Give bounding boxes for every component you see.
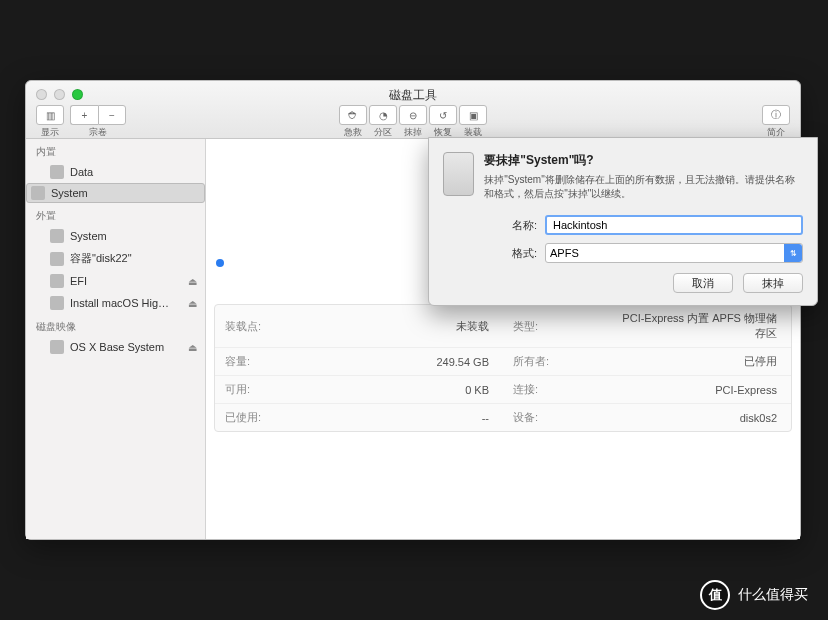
usage-indicator — [216, 259, 224, 267]
watermark: 值 什么值得买 — [700, 580, 808, 610]
chevron-updown-icon: ⇅ — [784, 244, 802, 262]
view-button[interactable]: ▥ — [36, 105, 64, 125]
brand-icon: 值 — [700, 580, 730, 610]
volume-remove-button[interactable]: − — [98, 105, 126, 125]
disk-icon — [50, 296, 64, 310]
disk-icon — [31, 186, 45, 200]
sidebar-item-disk22[interactable]: 容器"disk22" — [26, 247, 205, 270]
mount-button[interactable]: ▣ — [459, 105, 487, 125]
table-row: 已使用:--设备:disk0s2 — [215, 404, 791, 432]
eject-icon[interactable]: ⏏ — [188, 298, 197, 309]
cancel-button[interactable]: 取消 — [673, 273, 733, 293]
disk-icon — [50, 274, 64, 288]
sidebar-item-system[interactable]: System — [26, 183, 205, 203]
toolbar-center: ⛑急救 ◔分区 ⊖抹掉 ↺恢复 ▣装载 — [339, 105, 487, 139]
sidebar: 内置 Data System 外置 System 容器"disk22" EFI⏏… — [26, 139, 206, 539]
info-table: 装载点:未装载类型:PCI-Express 内置 APFS 物理储存区 容量:2… — [215, 305, 791, 431]
sidebar-header-external: 外置 — [26, 203, 205, 225]
harddrive-icon — [443, 152, 474, 196]
toolbar-left: ▥ 显示 + − 宗卷 — [36, 105, 126, 139]
info-panel: 装载点:未装载类型:PCI-Express 内置 APFS 物理储存区 容量:2… — [214, 304, 792, 432]
dialog-title: 要抹掉"System"吗? — [484, 152, 803, 169]
sidebar-item-ext-system[interactable]: System — [26, 225, 205, 247]
erase-confirm-button[interactable]: 抹掉 — [743, 273, 803, 293]
erase-dialog: 要抹掉"System"吗? 抹掉"System"将删除储存在上面的所有数据，且无… — [428, 137, 818, 306]
sidebar-item-efi[interactable]: EFI⏏ — [26, 270, 205, 292]
partition-button[interactable]: ◔ — [369, 105, 397, 125]
eject-icon[interactable]: ⏏ — [188, 342, 197, 353]
dialog-message: 抹掉"System"将删除储存在上面的所有数据，且无法撤销。请提供名称和格式，然… — [484, 173, 803, 201]
firstaid-button[interactable]: ⛑ — [339, 105, 367, 125]
format-label: 格式: — [497, 246, 537, 261]
volume-label: 宗卷 — [89, 126, 107, 139]
sidebar-item-data[interactable]: Data — [26, 161, 205, 183]
name-label: 名称: — [497, 218, 537, 233]
window-title: 磁盘工具 — [26, 87, 800, 104]
disk-icon — [50, 165, 64, 179]
format-select[interactable]: APFS ⇅ — [545, 243, 803, 263]
dot-icon — [216, 259, 224, 267]
name-input[interactable] — [545, 215, 803, 235]
erase-button[interactable]: ⊖ — [399, 105, 427, 125]
sidebar-header-internal: 内置 — [26, 139, 205, 161]
sidebar-item-basesystem[interactable]: OS X Base System⏏ — [26, 336, 205, 358]
table-row: 装载点:未装载类型:PCI-Express 内置 APFS 物理储存区 — [215, 305, 791, 348]
disk-utility-window: 磁盘工具 ▥ 显示 + − 宗卷 ⛑急救 ◔分区 ⊖抹掉 ↺恢复 ▣装载 ⓘ简介 — [25, 80, 801, 540]
sidebar-header-images: 磁盘映像 — [26, 314, 205, 336]
disk-icon — [50, 229, 64, 243]
brand-text: 什么值得买 — [738, 586, 808, 604]
restore-button[interactable]: ↺ — [429, 105, 457, 125]
sidebar-item-installer[interactable]: Install macOS Hig…⏏ — [26, 292, 205, 314]
main-content: 249.54 GB 装载点:未装载类型:PCI-Express 内置 APFS … — [206, 139, 800, 539]
titlebar: 磁盘工具 ▥ 显示 + − 宗卷 ⛑急救 ◔分区 ⊖抹掉 ↺恢复 ▣装载 ⓘ简介 — [26, 81, 800, 139]
disk-icon — [50, 340, 64, 354]
disk-icon — [50, 252, 64, 266]
table-row: 可用:0 KB连接:PCI-Express — [215, 376, 791, 404]
view-label: 显示 — [41, 126, 59, 139]
info-button[interactable]: ⓘ — [762, 105, 790, 125]
table-row: 容量:249.54 GB所有者:已停用 — [215, 348, 791, 376]
format-value: APFS — [550, 247, 579, 259]
window-body: 内置 Data System 外置 System 容器"disk22" EFI⏏… — [26, 139, 800, 539]
eject-icon[interactable]: ⏏ — [188, 276, 197, 287]
volume-add-button[interactable]: + — [70, 105, 98, 125]
